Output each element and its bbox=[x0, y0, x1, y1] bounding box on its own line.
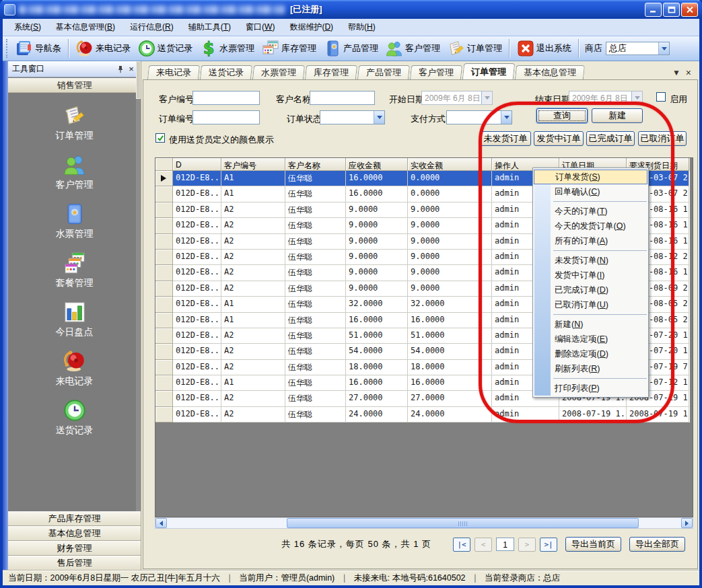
prev-page-button[interactable]: < bbox=[475, 538, 492, 552]
grid-cell-receivable[interactable]: 9.0000 bbox=[346, 203, 408, 218]
status-filter-button[interactable]: 发货中订单 bbox=[534, 131, 584, 146]
context-menu-item[interactable]: 回单确认(C) bbox=[533, 184, 648, 199]
grid-cell-receivable[interactable]: 9.0000 bbox=[346, 218, 408, 233]
grid-cell-id[interactable]: 012D-E8... bbox=[173, 265, 221, 281]
export-current-page-button[interactable]: 导出当前页 bbox=[565, 537, 621, 552]
row-selector[interactable] bbox=[155, 344, 173, 359]
grid-cell-id[interactable]: 012D-E8... bbox=[173, 218, 221, 233]
grid-cell-received[interactable]: 16.0000 bbox=[408, 313, 492, 328]
row-selector[interactable] bbox=[155, 234, 173, 250]
new-button[interactable]: 新建 bbox=[592, 108, 643, 123]
status-filter-button[interactable]: 已取消订单 bbox=[638, 131, 687, 146]
row-selector[interactable] bbox=[155, 313, 173, 328]
sidebar-group-button[interactable]: 售后管理 bbox=[8, 556, 141, 571]
grid-cell-customer_name[interactable]: 伍华聪 bbox=[285, 281, 346, 297]
scroll-right-icon[interactable] bbox=[681, 518, 693, 528]
grid-cell-received[interactable]: 0.0000 bbox=[408, 171, 492, 186]
scroll-left-icon[interactable] bbox=[155, 518, 167, 528]
grid-cell-received[interactable]: 9.0000 bbox=[408, 203, 492, 218]
grid-cell-customer_name[interactable]: 伍华聪 bbox=[285, 186, 346, 202]
row-selector[interactable] bbox=[155, 407, 173, 422]
grid-column-header[interactable]: 应收金额 bbox=[346, 158, 408, 171]
grid-cell-received[interactable]: 27.0000 bbox=[408, 391, 492, 406]
grid-cell-customer_no[interactable]: A2 bbox=[221, 328, 285, 344]
tab-2[interactable]: 送货记录 bbox=[200, 65, 252, 79]
grid-cell-customer_no[interactable]: A2 bbox=[221, 250, 285, 265]
grid-corner-cell[interactable] bbox=[155, 158, 173, 171]
grid-cell-customer_no[interactable]: A2 bbox=[221, 391, 285, 406]
grid-cell-id[interactable]: 012D-E8... bbox=[173, 250, 221, 265]
toolbar-button-delivery-log[interactable]: 送货记录 bbox=[134, 38, 196, 59]
page-number-input[interactable] bbox=[496, 538, 514, 551]
sidebar-item[interactable]: 客户管理 bbox=[8, 153, 141, 191]
grid-cell-customer_name[interactable]: 伍华聪 bbox=[285, 328, 346, 344]
grid-cell-customer_no[interactable]: A2 bbox=[221, 218, 285, 233]
context-menu-item[interactable]: 编辑选定项(E) bbox=[533, 332, 648, 346]
status-filter-button[interactable]: 已完成订单 bbox=[586, 131, 635, 146]
tab-7[interactable]: 订单管理 bbox=[462, 63, 516, 79]
next-page-button[interactable]: > bbox=[518, 538, 536, 552]
grid-cell-received[interactable]: 0.0000 bbox=[408, 186, 492, 202]
first-page-button[interactable]: |< bbox=[453, 538, 470, 552]
grid-cell-receivable[interactable]: 16.0000 bbox=[346, 375, 408, 391]
grid-cell-customer_no[interactable]: A1 bbox=[221, 297, 285, 312]
menubar-item[interactable]: 辅助工具(T) bbox=[181, 19, 238, 36]
grid-cell-customer_name[interactable]: 伍华聪 bbox=[285, 360, 346, 375]
order-status-combo[interactable] bbox=[320, 110, 385, 124]
scrollbar-thumb[interactable] bbox=[287, 518, 639, 528]
row-selector[interactable] bbox=[155, 391, 173, 406]
grid-cell-received[interactable]: 16.0000 bbox=[408, 375, 492, 391]
grid-cell-received[interactable]: 9.0000 bbox=[408, 250, 492, 265]
grid-cell-customer_name[interactable]: 伍华聪 bbox=[285, 313, 346, 328]
tab-3[interactable]: 水票管理 bbox=[252, 65, 305, 79]
sidebar-item[interactable]: 送货记录 bbox=[8, 398, 141, 437]
row-selector[interactable] bbox=[155, 297, 173, 312]
grid-cell-receivable[interactable]: 32.0000 bbox=[346, 297, 408, 312]
grid-cell-order_date[interactable]: 2008-07-19 1... bbox=[559, 407, 627, 422]
grid-cell-received[interactable]: 9.0000 bbox=[408, 234, 492, 250]
grid-cell-id[interactable]: 012D-E8... bbox=[173, 234, 221, 250]
row-selector[interactable] bbox=[155, 250, 173, 265]
row-selector[interactable] bbox=[155, 360, 173, 375]
grid-cell-receivable[interactable]: 9.0000 bbox=[346, 234, 408, 250]
row-selector[interactable] bbox=[155, 171, 173, 186]
grid-cell-receivable[interactable]: 16.0000 bbox=[346, 313, 408, 328]
chevron-down-icon[interactable] bbox=[501, 111, 512, 124]
menubar-item[interactable]: 数据维护(D) bbox=[282, 19, 341, 36]
row-selector[interactable] bbox=[155, 375, 173, 391]
grid-cell-customer_name[interactable]: 伍华聪 bbox=[285, 171, 346, 186]
grid-cell-customer_no[interactable]: A1 bbox=[221, 313, 285, 328]
menubar-item[interactable]: 运行信息(R) bbox=[122, 19, 181, 36]
sidebar-group-header[interactable]: 销售管理 bbox=[8, 78, 141, 93]
grid-cell-id[interactable]: 012D-E8... bbox=[173, 281, 221, 297]
grid-cell-received[interactable]: 9.0000 bbox=[408, 218, 492, 233]
grid-cell-customer_no[interactable]: A2 bbox=[221, 265, 285, 281]
toolbar-button-exit[interactable]: 退出系统 bbox=[513, 38, 575, 59]
grid-cell-receivable[interactable]: 16.0000 bbox=[346, 186, 408, 202]
context-menu-item[interactable]: 新建(N) bbox=[533, 317, 648, 332]
grid-cell-customer_name[interactable]: 伍华聪 bbox=[285, 218, 346, 233]
sidebar-close-icon[interactable]: × bbox=[126, 64, 137, 74]
context-menu-item[interactable]: 订单发货(S) bbox=[534, 170, 647, 184]
query-button[interactable]: 查询 bbox=[536, 108, 588, 123]
grid-cell-id[interactable]: 012D-E8... bbox=[173, 407, 221, 422]
pay-method-combo[interactable] bbox=[446, 110, 512, 124]
tab-5[interactable]: 产品管理 bbox=[357, 65, 410, 79]
grid-cell-id[interactable]: 012D-E8... bbox=[173, 297, 221, 312]
start-date-picker[interactable]: 2009年 6月 8日 bbox=[421, 91, 493, 105]
grid-cell-received[interactable]: 32.0000 bbox=[408, 297, 492, 312]
maximize-button[interactable] bbox=[663, 3, 680, 17]
grid-cell-id[interactable]: 012D-E8... bbox=[173, 328, 221, 344]
customer-no-input[interactable] bbox=[192, 91, 260, 105]
row-selector[interactable] bbox=[155, 218, 173, 233]
horizontal-scrollbar[interactable] bbox=[155, 517, 693, 529]
menubar-item[interactable]: 基本信息管理(B) bbox=[48, 19, 122, 36]
row-selector[interactable] bbox=[155, 203, 173, 218]
grid-cell-customer_no[interactable]: A2 bbox=[221, 203, 285, 218]
grid-cell-customer_name[interactable]: 伍华聪 bbox=[285, 234, 346, 250]
enable-date-checkbox[interactable] bbox=[656, 92, 666, 102]
context-menu-item[interactable]: 刷新列表(R) bbox=[533, 361, 648, 376]
grid-cell-customer_name[interactable]: 伍华聪 bbox=[285, 344, 346, 359]
toolbar-button-order[interactable]: 订单管理 bbox=[444, 38, 505, 59]
sidebar-group-button[interactable]: 基本信息管理 bbox=[8, 526, 141, 541]
